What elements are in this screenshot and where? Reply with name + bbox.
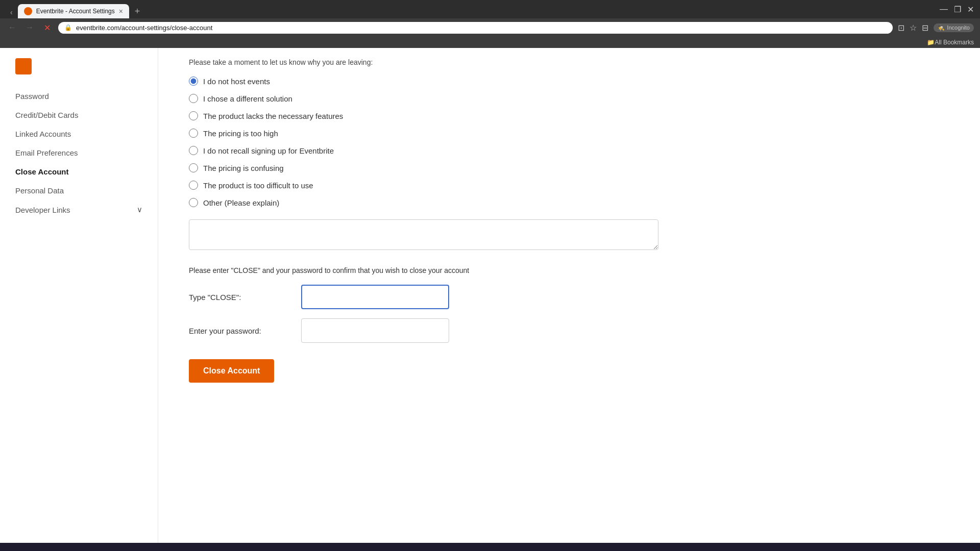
radio-label-confusing: The pricing is confusing <box>203 164 284 172</box>
new-tab-button[interactable]: + <box>130 4 144 18</box>
radio-no-host[interactable]: I do not host events <box>189 77 949 86</box>
logo-icon <box>15 58 32 74</box>
radio-label-other: Other (Please explain) <box>203 198 279 207</box>
sidebar-item-developer-links[interactable]: Developer Links ∨ <box>15 200 142 219</box>
back-button[interactable]: ← <box>6 21 18 34</box>
close-window-button[interactable]: ✕ <box>967 5 974 14</box>
minimize-button[interactable]: — <box>940 5 948 14</box>
incognito-badge: 🕵 Incognito <box>934 23 974 32</box>
radio-difficult[interactable]: The product is too difficult to use <box>189 181 949 190</box>
bookmark-icon[interactable]: ☆ <box>910 23 917 33</box>
intro-text: Please take a moment to let us know why … <box>189 58 949 66</box>
sidebar: Password Credit/Debit Cards Linked Accou… <box>0 48 158 543</box>
address-text: eventbrite.com/account-settings/close-ac… <box>76 24 887 32</box>
tab-title: Eventbrite - Account Settings <box>36 8 115 15</box>
close-account-button[interactable]: Close Account <box>189 359 274 383</box>
maximize-button[interactable]: ❐ <box>954 5 961 14</box>
bookmarks-folder-icon: 📁 <box>927 39 935 46</box>
forward-button[interactable]: → <box>23 21 36 34</box>
lock-icon: 🔒 <box>64 24 72 31</box>
explanation-textarea[interactable] <box>189 219 658 250</box>
radio-no-recall[interactable]: I do not recall signing up for Eventbrit… <box>189 146 949 155</box>
picture-in-picture-icon[interactable]: ⊡ <box>898 23 904 33</box>
sidebar-item-close-account[interactable]: Close Account <box>15 162 142 181</box>
sidebar-item-credit-cards[interactable]: Credit/Debit Cards <box>15 106 142 124</box>
confirm-description: Please enter "CLOSE" and your password t… <box>189 266 949 274</box>
sidebar-logo <box>15 58 142 74</box>
sidebar-item-password[interactable]: Password <box>15 87 142 106</box>
sidebar-item-personal-data[interactable]: Personal Data <box>15 181 142 200</box>
sidebar-nav: Password Credit/Debit Cards Linked Accou… <box>15 87 142 219</box>
address-bar[interactable]: 🔒 eventbrite.com/account-settings/close-… <box>58 22 893 34</box>
confirm-section: Please enter "CLOSE" and your password t… <box>189 266 949 343</box>
page-footer: © 2023 Eventbrite About · Blog · Help · … <box>0 543 980 551</box>
radio-other[interactable]: Other (Please explain) <box>189 198 949 207</box>
radio-different-solution[interactable]: I chose a different solution <box>189 94 949 103</box>
tab-group-arrow[interactable]: ‹ <box>6 6 17 18</box>
developer-links-label: Developer Links <box>15 206 70 214</box>
radio-label-lacks-features: The product lacks the necessary features <box>203 112 343 120</box>
tab-close-button[interactable]: × <box>119 7 123 15</box>
sidebar-item-email-preferences[interactable]: Email Preferences <box>15 143 142 162</box>
password-input[interactable] <box>301 318 449 343</box>
radio-input-different-solution[interactable] <box>189 94 198 103</box>
radio-confusing[interactable]: The pricing is confusing <box>189 163 949 172</box>
radio-input-no-recall[interactable] <box>189 146 198 155</box>
radio-label-difficult: The product is too difficult to use <box>203 181 313 190</box>
active-tab[interactable]: Eventbrite - Account Settings × <box>18 4 129 18</box>
sidebar-item-linked-accounts[interactable]: Linked Accounts <box>15 124 142 143</box>
incognito-icon: 🕵 <box>938 24 945 31</box>
radio-too-high[interactable]: The pricing is too high <box>189 129 949 138</box>
tab-favicon <box>24 7 32 15</box>
incognito-label: Incognito <box>947 24 970 31</box>
radio-input-too-high[interactable] <box>189 129 198 138</box>
radio-label-no-recall: I do not recall signing up for Eventbrit… <box>203 146 334 155</box>
radio-input-other[interactable] <box>189 198 198 207</box>
radio-lacks-features[interactable]: The product lacks the necessary features <box>189 111 949 120</box>
chevron-down-icon: ∨ <box>137 205 142 214</box>
close-word-input[interactable] <box>301 285 449 309</box>
page-wrapper: Password Credit/Debit Cards Linked Accou… <box>0 48 980 543</box>
reason-radio-group: I do not host events I chose a different… <box>189 77 949 207</box>
main-content: Please take a moment to let us know why … <box>158 48 980 543</box>
browser-chrome: ‹ Eventbrite - Account Settings × + — ❐ … <box>0 0 980 48</box>
password-row: Enter your password: <box>189 318 949 343</box>
close-word-row: Type "CLOSE": <box>189 285 949 309</box>
radio-input-difficult[interactable] <box>189 181 198 190</box>
radio-label-no-host: I do not host events <box>203 77 270 86</box>
close-word-label: Type "CLOSE": <box>189 293 291 302</box>
radio-input-lacks-features[interactable] <box>189 111 198 120</box>
bookmarks-label[interactable]: All Bookmarks <box>935 39 974 46</box>
customize-icon[interactable]: ⊟ <box>922 23 928 33</box>
radio-input-no-host[interactable] <box>189 77 198 86</box>
reload-button[interactable]: ✕ <box>41 21 53 34</box>
radio-input-confusing[interactable] <box>189 163 198 172</box>
radio-label-too-high: The pricing is too high <box>203 129 278 138</box>
radio-label-different-solution: I chose a different solution <box>203 94 292 103</box>
password-label: Enter your password: <box>189 327 291 335</box>
